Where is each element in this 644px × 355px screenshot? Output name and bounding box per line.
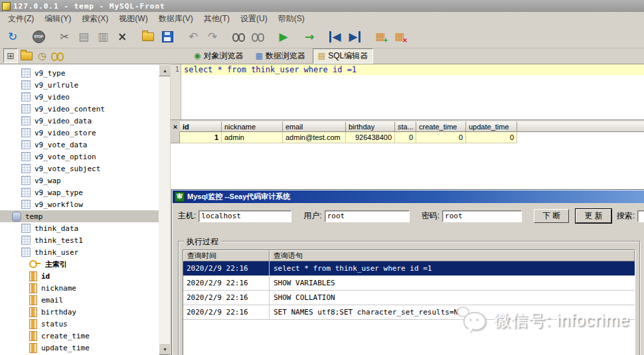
table-icon bbox=[21, 68, 31, 78]
search-input[interactable] bbox=[637, 210, 644, 222]
cell-update_time: 0 bbox=[466, 132, 517, 143]
sql-editor[interactable]: 1 select * from think_user where id =1 bbox=[171, 64, 644, 120]
tree-item-v9_video_content[interactable]: v9_video_content bbox=[0, 103, 159, 115]
column-header-create_time[interactable]: create_time bbox=[416, 121, 466, 132]
tree-item-think_data[interactable]: think_data bbox=[0, 222, 159, 234]
tree-item-v9_vote_subject[interactable]: v9_vote_subject bbox=[0, 163, 159, 175]
query-time: 2020/2/9 22:16 bbox=[183, 261, 270, 275]
column-header-email[interactable]: email bbox=[283, 121, 346, 132]
tree-item-v9_video[interactable]: v9_video bbox=[0, 91, 159, 103]
editor-gutter: 1 bbox=[171, 64, 181, 120]
run-icon[interactable]: ▶ bbox=[275, 28, 292, 45]
query-log-row[interactable]: 2020/2/9 22:16SHOW COLLATION bbox=[183, 291, 635, 305]
table-icon bbox=[21, 128, 31, 137]
copy-icon[interactable]: ▤ bbox=[75, 28, 92, 45]
query-log-row[interactable]: 2020/2/9 22:16select * from think_user w… bbox=[183, 261, 635, 276]
menu-item-2[interactable]: 搜索(X) bbox=[76, 12, 114, 26]
query-time: 2020/2/9 22:16 bbox=[183, 276, 270, 290]
table-icon bbox=[21, 116, 31, 125]
tree-item-v9_vote_option[interactable]: v9_vote_option bbox=[0, 151, 159, 163]
column-header-id[interactable]: id bbox=[180, 121, 222, 132]
last-record-icon[interactable]: ▶ bbox=[346, 28, 363, 45]
line-number: 1 bbox=[171, 65, 181, 74]
menu-item-5[interactable]: 其他(T) bbox=[199, 12, 235, 26]
insert-record-icon[interactable]: ▦+ bbox=[372, 28, 389, 45]
menu-item-7[interactable]: 帮助(S) bbox=[273, 12, 310, 26]
column-header-query[interactable]: 查询语句 bbox=[270, 250, 635, 261]
host-input[interactable] bbox=[199, 210, 291, 222]
tree-item-think_test1[interactable]: think_test1 bbox=[0, 234, 159, 246]
tree-item-status[interactable]: status bbox=[0, 318, 159, 330]
query-log-row[interactable]: 2020/2/9 22:16SHOW VARIABLES bbox=[183, 276, 635, 291]
user-input[interactable] bbox=[325, 210, 410, 222]
tree-item-v9_urlrule[interactable]: v9_urlrule bbox=[0, 79, 159, 91]
column-header-birthday[interactable]: birthday bbox=[346, 121, 395, 132]
save-icon[interactable] bbox=[159, 28, 176, 45]
folders-icon[interactable] bbox=[20, 49, 33, 62]
tree-item-birthday[interactable]: birthday bbox=[0, 306, 159, 318]
tab-object-browser[interactable]: ◉对象浏览器 bbox=[189, 49, 248, 63]
tree-item-v9_wap_type[interactable]: v9_wap_type bbox=[0, 186, 159, 198]
menu-item-0[interactable]: 文件(Z) bbox=[3, 12, 39, 26]
tree-scrollbar[interactable]: ▲ ▼ bbox=[159, 64, 170, 355]
column-header-sta...[interactable]: sta... bbox=[395, 121, 416, 132]
secondary-bar: ⊞◷ ◉对象浏览器▦数据浏览器▤SQL编辑器 bbox=[0, 48, 644, 64]
refresh-icon[interactable]: ↻ bbox=[4, 28, 21, 45]
tree-view-icon[interactable]: ⊞ bbox=[3, 48, 18, 63]
find-icon[interactable] bbox=[230, 28, 247, 45]
cut-icon[interactable]: ✂ bbox=[56, 28, 73, 45]
key-icon bbox=[29, 260, 37, 268]
open-folder-icon[interactable] bbox=[139, 28, 157, 45]
paste-icon[interactable]: ▥ bbox=[94, 28, 112, 45]
tree-item-email[interactable]: email bbox=[0, 294, 159, 306]
tree-item-主索引[interactable]: 主索引 bbox=[0, 258, 159, 270]
tree-item-nickname[interactable]: nickname bbox=[0, 282, 159, 294]
tree-item-id[interactable]: id bbox=[0, 270, 159, 282]
redo-icon[interactable]: ↷ bbox=[204, 28, 221, 45]
run-current-icon[interactable]: → bbox=[301, 28, 318, 45]
database-icon bbox=[12, 212, 21, 222]
delete-icon[interactable]: × bbox=[114, 28, 131, 45]
tree-item-v9_type[interactable]: v9_type bbox=[0, 67, 159, 79]
menu-item-1[interactable]: 编辑(Y) bbox=[39, 12, 76, 26]
menu-item-6[interactable]: 设置(U) bbox=[235, 12, 273, 26]
tree-item-think_user[interactable]: think_user bbox=[0, 246, 159, 258]
database-tree-panel: v9_typev9_urlrulev9_videov9_video_conten… bbox=[0, 64, 170, 355]
tree-item-v9_vote_data[interactable]: v9_vote_data bbox=[0, 139, 159, 151]
tab-data-browser[interactable]: ▦数据浏览器 bbox=[250, 49, 309, 63]
menu-item-3[interactable]: 视图(W) bbox=[114, 12, 153, 26]
dialog-icon: 审 bbox=[175, 192, 185, 202]
tree-item-v9_wap[interactable]: v9_wap bbox=[0, 175, 159, 186]
close-results-icon[interactable]: × bbox=[171, 121, 180, 132]
tree-item-create_time[interactable]: create_time bbox=[0, 330, 159, 342]
column-header-update_time[interactable]: update_time bbox=[466, 121, 517, 132]
field-icon bbox=[29, 271, 37, 281]
tree-item-v9_video_data[interactable]: v9_video_data bbox=[0, 115, 159, 127]
column-header-time[interactable]: 查询时间 bbox=[183, 250, 270, 261]
scroll-down-icon[interactable]: ▼ bbox=[159, 343, 170, 355]
search-binoc-icon[interactable] bbox=[50, 49, 64, 62]
password-input[interactable] bbox=[442, 210, 522, 222]
find-next-icon[interactable] bbox=[249, 28, 266, 45]
break-button[interactable]: 下 断 bbox=[534, 209, 569, 223]
tree-item-temp[interactable]: temp bbox=[0, 210, 159, 222]
stop-icon[interactable]: STOP bbox=[30, 28, 47, 45]
tree-item-v9_video_store[interactable]: v9_video_store bbox=[0, 127, 159, 139]
cell-sta...: 0 bbox=[395, 132, 416, 143]
cell-birthday: 926438400 bbox=[346, 132, 395, 143]
history-clock-icon[interactable]: ◷ bbox=[35, 49, 48, 62]
password-label: 密码: bbox=[422, 210, 440, 222]
scroll-up-icon[interactable]: ▲ bbox=[159, 64, 170, 76]
tree-item-update_time[interactable]: update_time bbox=[0, 342, 159, 354]
delete-record-icon[interactable]: ▦× bbox=[391, 28, 408, 45]
table-row[interactable]: 1adminadmin@test.com926438400000 bbox=[171, 132, 644, 143]
first-record-icon[interactable]: ◀ bbox=[327, 28, 344, 45]
undo-icon[interactable]: ↶ bbox=[185, 28, 202, 45]
dialog-titlebar[interactable]: 审 Mysql监控 --Seay代码审计系统 bbox=[173, 190, 644, 203]
table-icon bbox=[21, 236, 31, 245]
column-header-nickname[interactable]: nickname bbox=[222, 121, 283, 132]
tab-sql-editor[interactable]: ▤SQL编辑器 bbox=[313, 48, 373, 64]
menu-item-4[interactable]: 数据库(V) bbox=[153, 12, 199, 26]
tree-item-v9_workflow[interactable]: v9_workflow bbox=[0, 198, 159, 210]
update-button[interactable]: 更 新 bbox=[576, 209, 611, 223]
